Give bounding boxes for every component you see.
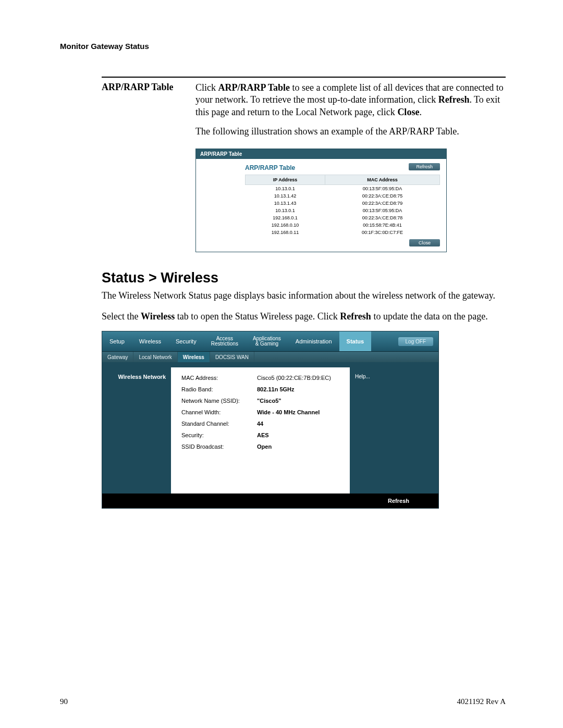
subtab-wireless[interactable]: Wireless bbox=[178, 352, 210, 362]
label-standard-channel: Standard Channel: bbox=[181, 421, 257, 427]
router-help-panel: Help... bbox=[350, 367, 438, 493]
text: Select the Wireless tab to open the Stat… bbox=[102, 310, 506, 323]
value-standard-channel: 44 bbox=[257, 421, 263, 427]
table-row: 10.13.1.4300:22:3A:CE:D8:79 bbox=[246, 200, 440, 207]
router-side-label-col: Wireless Network bbox=[102, 367, 171, 493]
page-number: 90 bbox=[60, 697, 68, 706]
label-ssid: Network Name (SSID): bbox=[181, 398, 257, 404]
arp-tab[interactable]: ARP/RARP Table bbox=[196, 149, 246, 159]
text-bold: Close bbox=[397, 107, 419, 117]
text: Click bbox=[195, 82, 218, 93]
text-bold: Refresh bbox=[438, 94, 470, 105]
router-center-panel: MAC Address:Cisco5 (00:22:CE:7B:D9:EC) R… bbox=[171, 367, 350, 493]
rule bbox=[102, 77, 506, 78]
col-ip: IP Address bbox=[246, 175, 325, 184]
text: to update the data on the page. bbox=[371, 311, 488, 322]
table-row: 10.13.0.100:13:5F:05:95:DA bbox=[246, 207, 440, 214]
logoff-button[interactable]: Log OFF bbox=[398, 337, 433, 346]
arp-table-screenshot: ARP/RARP Table ARP/RARP Table Refresh IP… bbox=[195, 149, 447, 252]
subtab-docsis-wan[interactable]: DOCSIS WAN bbox=[210, 352, 254, 362]
text: Select the bbox=[102, 311, 141, 322]
side-label-wireless-network: Wireless Network bbox=[102, 367, 170, 380]
help-link[interactable]: Help... bbox=[355, 374, 370, 379]
value-ssid-broadcast: Open bbox=[257, 443, 272, 450]
tab-security[interactable]: Security bbox=[168, 331, 204, 351]
tab-wireless[interactable]: Wireless bbox=[132, 331, 168, 351]
arp-definition-row: ARP/RARP Table Click ARP/RARP Table to s… bbox=[102, 82, 506, 145]
label-channel-width: Channel Width: bbox=[181, 409, 257, 415]
value-ssid: "Cisco5" bbox=[257, 398, 282, 404]
router-top-nav: Setup Wireless Security Access Restricti… bbox=[102, 331, 438, 351]
arp-description: Click ARP/RARP Table to see a complete l… bbox=[195, 82, 506, 145]
table-row: 192.168.0.1000:15:58:7E:4B:41 bbox=[246, 221, 440, 229]
label-radio-band: Radio Band: bbox=[181, 386, 257, 392]
subtab-gateway[interactable]: Gateway bbox=[102, 352, 133, 362]
value-radio-band: 802.11n 5GHz bbox=[257, 386, 295, 392]
router-footer: Refresh bbox=[102, 493, 438, 508]
router-screenshot: Setup Wireless Security Access Restricti… bbox=[102, 331, 439, 509]
text-bold: Wireless bbox=[141, 311, 175, 322]
text-bold: Refresh bbox=[340, 311, 371, 322]
arp-sidebar bbox=[196, 159, 239, 252]
subtab-local-network[interactable]: Local Network bbox=[133, 352, 177, 362]
refresh-button[interactable]: Refresh bbox=[377, 496, 420, 506]
doc-id: 4021192 Rev A bbox=[457, 697, 506, 706]
text: tab to open the Status Wireless page. Cl… bbox=[175, 311, 340, 322]
page-footer: 90 4021192 Rev A bbox=[60, 697, 506, 706]
arp-close-button[interactable]: Close bbox=[409, 239, 440, 246]
col-mac: MAC Address bbox=[325, 175, 440, 184]
text: The Wireless Network Status page display… bbox=[102, 289, 506, 302]
arp-term: ARP/RARP Table bbox=[102, 82, 195, 145]
table-row: 10.13.0.100:13:5F:05:95:DA bbox=[246, 184, 440, 192]
tab-applications-gaming[interactable]: Applications & Gaming bbox=[246, 331, 288, 351]
label-mac: MAC Address: bbox=[181, 375, 257, 381]
table-row: 192.168.0.1100:1F:3C:0D:C7:FE bbox=[246, 229, 440, 236]
text-bold: ARP/RARP Table bbox=[218, 82, 290, 93]
tab-status[interactable]: Status bbox=[339, 331, 372, 351]
arp-table: IP Address MAC Address 10.13.0.100:13:5F… bbox=[245, 175, 440, 236]
text: . bbox=[419, 107, 422, 117]
value-mac: Cisco5 (00:22:CE:7B:D9:EC) bbox=[257, 375, 331, 381]
router-sub-nav: Gateway Local Network Wireless DOCSIS WA… bbox=[102, 351, 438, 362]
tab-setup[interactable]: Setup bbox=[102, 331, 132, 351]
section-heading-status-wireless: Status > Wireless bbox=[102, 270, 506, 286]
tab-access-restrictions[interactable]: Access Restrictions bbox=[204, 331, 246, 351]
text: The following illustration shows an exam… bbox=[195, 126, 506, 138]
running-header: Monitor Gateway Status bbox=[60, 42, 506, 51]
value-channel-width: Wide - 40 MHz Channel bbox=[257, 409, 320, 415]
label-ssid-broadcast: SSID Broadcast: bbox=[181, 443, 257, 450]
label-security: Security: bbox=[181, 432, 257, 438]
table-row: 10.13.1.4200:22:3A:CE:D8:75 bbox=[246, 192, 440, 200]
table-row: 192.168.0.100:22:3A:CE:D8:78 bbox=[246, 214, 440, 221]
value-security: AES bbox=[257, 432, 269, 438]
arp-refresh-button[interactable]: Refresh bbox=[409, 163, 440, 170]
tab-administration[interactable]: Administration bbox=[288, 331, 339, 351]
